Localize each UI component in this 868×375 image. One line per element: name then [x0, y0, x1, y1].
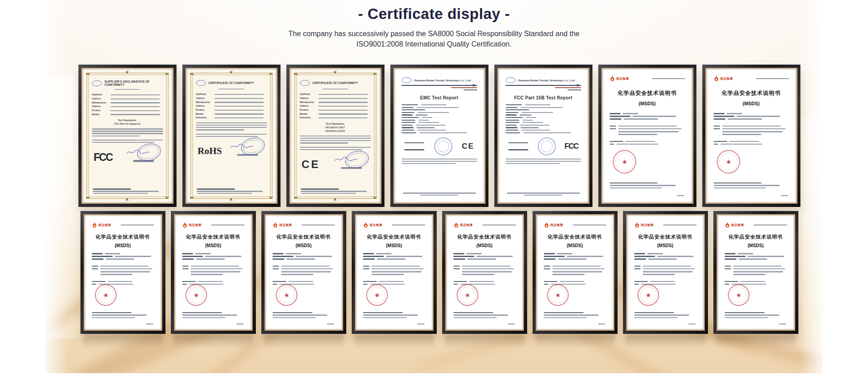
- certificate-frame[interactable]: ❧ ❧ ❧ ❧ ❦ ❦ CERTIFICATE OF CONFORMITY Ap…: [182, 65, 280, 207]
- field-value: [110, 102, 163, 103]
- blue-round-stamp-icon: [537, 136, 557, 156]
- text-line: [618, 134, 657, 135]
- field-label: Address: [300, 105, 316, 108]
- msds-title: 化学品安全技术说明书: [725, 234, 787, 240]
- certificate-frame[interactable]: 南北检测 化学品安全技术说明书 (MSDS): [352, 211, 437, 334]
- field-value-line: [560, 281, 585, 282]
- field-row: [713, 134, 789, 135]
- certificate-frame[interactable]: 南北检测 化学品安全技术说明书 (MSDS): [713, 211, 798, 334]
- center-flourish-icon: ❦: [125, 197, 129, 202]
- certificate-paper: 南北检测 化学品安全技术说明书 (MSDS): [708, 70, 795, 202]
- field-label: Models: [92, 113, 108, 116]
- text-line: [196, 134, 267, 135]
- field-label-line: [92, 284, 96, 285]
- page-number-line: [327, 323, 334, 324]
- msds-subtitle: (MSDS): [363, 243, 425, 248]
- field-label-line: [401, 117, 419, 118]
- report-number-date-line: [754, 225, 787, 225]
- text-line: [100, 271, 150, 272]
- field-label: Address: [92, 105, 108, 108]
- report-meta: [505, 87, 581, 90]
- field-value-line: [467, 258, 496, 260]
- field-value-line: [462, 268, 514, 270]
- msds-title: 化学品安全技术说明书: [363, 234, 425, 240]
- field-label-line: [273, 284, 277, 285]
- text-line: [609, 183, 658, 183]
- field-label-line: [634, 253, 645, 254]
- field-value-line: [416, 107, 459, 108]
- field-value-line: [558, 258, 586, 260]
- certificate-frame[interactable]: 南北检测 化学品安全技术说明书 (MSDS): [80, 211, 165, 334]
- field-value-line: [520, 107, 563, 108]
- field-row: Address: [92, 98, 163, 100]
- field-label-line: [609, 118, 621, 120]
- field-label: Manufacturer: [92, 102, 108, 104]
- star-icon: ★: [193, 291, 199, 299]
- certificate-frame[interactable]: 南北检测 化学品安全技术说明书 (MSDS): [623, 211, 708, 334]
- field-value-line: [419, 132, 467, 133]
- msds-header: 南北检测: [725, 222, 787, 228]
- field-row: [725, 253, 787, 254]
- field-row: [713, 126, 789, 127]
- spacer: [609, 121, 685, 124]
- center-flourish-icon: ❦: [333, 197, 337, 202]
- field-label-line: [182, 258, 194, 260]
- certificate-mat: 南北检测 化学品安全技术说明书 (MSDS): [355, 214, 434, 331]
- field-row: Manufacturer: [196, 101, 267, 104]
- field-row: [505, 104, 581, 105]
- text-line: [722, 131, 783, 132]
- msds-header: 南北检测: [713, 76, 789, 82]
- field-label-line: [92, 281, 105, 282]
- msds-subtitle: (MSDS): [544, 243, 606, 248]
- text-line: [273, 314, 327, 315]
- field-label-line: [725, 253, 736, 254]
- text-line: [93, 188, 131, 189]
- star-icon: ★: [621, 158, 627, 165]
- field-row: [453, 256, 516, 257]
- text-line: [110, 94, 160, 95]
- certificate-mat: 南北检测 化学品安全技术说明书 (MSDS): [536, 214, 614, 331]
- field-label-line: [273, 256, 293, 257]
- field-row: [544, 258, 606, 260]
- field-value-line: [733, 266, 782, 267]
- field-row: [182, 253, 245, 254]
- field-value-line: [100, 266, 149, 267]
- certificate-paper: ❧ ❧ ❧ ❧ ❦ ❦ SUPPLIER'S DECLARATION OF CO…: [84, 70, 171, 202]
- field-row: [609, 141, 685, 142]
- field-row: [92, 256, 154, 257]
- msds-title: 化学品安全技术说明书: [273, 234, 335, 240]
- certificate-frame[interactable]: ❧ ❧ ❧ ❧ ❦ ❦ CERTIFICATE OF CONFORMITY Ap…: [286, 65, 384, 207]
- field-label-line: [92, 266, 98, 267]
- certificate-frame[interactable]: Shenzhen Beider Testing Technology Co., …: [494, 65, 592, 207]
- lab-name-text: 南北检测: [99, 223, 111, 227]
- certificate-frame[interactable]: 南北检测 化学品安全技术说明书 (MSDS): [598, 65, 696, 207]
- text-line: [618, 131, 679, 132]
- msds-header: 南北检测: [363, 222, 425, 228]
- field-label-line: [505, 107, 517, 108]
- signature-block: [230, 142, 265, 160]
- certificate-frame[interactable]: 南北检测 化学品安全技术说明书 (MSDS): [171, 211, 256, 334]
- field-label-line: [609, 128, 616, 130]
- field-label-line: [92, 258, 104, 260]
- field-row: [713, 118, 789, 120]
- certificate-frame[interactable]: 南北检测 化学品安全技术说明书 (MSDS): [533, 211, 618, 334]
- certificate-frame[interactable]: 南北检测 化学品安全技术说明书 (MSDS): [261, 211, 346, 334]
- report-header: Shenzhen Beider Testing Technology Co., …: [401, 77, 477, 83]
- text-line: [92, 131, 163, 131]
- text-line: [92, 317, 136, 318]
- certificate-header: SUPPLIER'S DECLARATION OF CONFORMITY: [92, 80, 163, 86]
- field-value-line: [195, 253, 211, 254]
- corner-flourish-icon: ❧: [293, 71, 298, 77]
- text-line: [110, 102, 160, 103]
- certificate-frame[interactable]: ❧ ❧ ❧ ❧ ❦ ❦ SUPPLIER'S DECLARATION OF CO…: [78, 65, 176, 207]
- report-number-date-line: [302, 225, 335, 225]
- certificate-frame[interactable]: Shenzhen Beider Testing Technology Co., …: [390, 65, 488, 207]
- text-line: [182, 312, 222, 313]
- header-rule: [401, 85, 477, 86]
- certificate-frame[interactable]: 南北检测 化学品安全技术说明书 (MSDS): [702, 65, 800, 207]
- conformity-mark: FCC: [94, 152, 112, 163]
- text-line: [214, 117, 264, 118]
- field-row: [634, 281, 697, 282]
- certificate-frame[interactable]: 南北检测 化学品安全技术说明书 (MSDS): [442, 211, 527, 334]
- field-value: [318, 94, 371, 95]
